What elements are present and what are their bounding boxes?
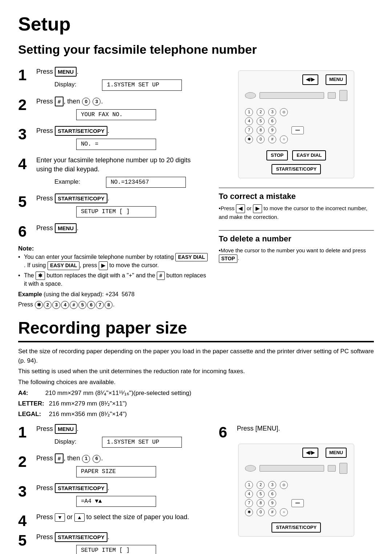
star-key-note[interactable]: ✱ (36, 272, 45, 280)
menu-key-2[interactable]: MENU (55, 223, 77, 233)
main-title: Setup (18, 11, 374, 37)
dk2-big-circle[interactable]: ○ (280, 508, 288, 516)
section1-content: 1 Press MENU. Display: 1.SYSTEM SET UP 2… (18, 67, 374, 309)
stop-button-device[interactable]: STOP (266, 150, 288, 160)
easy-dial-key-note[interactable]: EASY DIAL (175, 253, 207, 262)
dk-6[interactable]: 6 (268, 117, 276, 125)
dk2-2[interactable]: 2 (257, 481, 265, 489)
hash-key[interactable]: # (55, 97, 64, 106)
dk2-slide[interactable]: ━━ (291, 499, 304, 507)
b-step-num-3: 3 (18, 484, 32, 499)
b-step-1: 1 Press MENU. Display: 1.SYSTEM SET UP (18, 424, 208, 450)
keypad-row-4: ✱ 0 # ○ (245, 135, 347, 143)
dk2-6[interactable]: 6 (268, 490, 276, 498)
dk-7[interactable]: 7 (245, 126, 253, 134)
ex-hash: # (70, 301, 78, 309)
dk-9[interactable]: 9 (268, 126, 276, 134)
dk-3[interactable]: 3 (268, 108, 276, 116)
b-start-set-copy-key-1[interactable]: START/SET/COPY (55, 483, 107, 493)
key-3[interactable]: 3 (93, 98, 101, 106)
step-5: 5 Press START/SET/COPY. SETUP ITEM [ ] (18, 194, 208, 219)
stop-key-note[interactable]: STOP (219, 254, 238, 263)
start-set-copy-key-1[interactable]: START/SET/COPY (55, 126, 107, 136)
dk2-3[interactable]: 3 (268, 481, 276, 489)
step-num-3: 3 (18, 127, 32, 142)
menu-button-device-2[interactable]: MENU (326, 448, 347, 458)
dk-big-circle[interactable]: ○ (280, 135, 288, 143)
b-key-6[interactable]: 6 (93, 455, 101, 463)
b-step-3: 3 Press START/SET/COPY. =A4 ▼▲ (18, 483, 208, 509)
dk-1[interactable]: 1 (245, 108, 253, 116)
display-value-4: NO.=1234567 (106, 177, 186, 188)
dk2-star[interactable]: ✱ (245, 508, 253, 516)
spec-key-a4: A4: (18, 388, 44, 399)
b-display-value-1: 1.SYSTEM SET UP (102, 437, 182, 448)
delete-number-section: To delete a number •Move the cursor to t… (219, 230, 374, 263)
easy-dial-key-note2[interactable]: EASY DIAL (48, 261, 79, 270)
step-3: 3 Press START/SET/COPY. NO. = (18, 126, 208, 152)
b-step-6: 6 Press [MENU]. (219, 424, 280, 440)
b-step-5: 5 Press START/SET/COPY. SETUP ITEM [ ] (18, 532, 208, 554)
dk-hash-btn[interactable]: # (268, 135, 276, 143)
nav-button[interactable]: ◀/▶ (302, 74, 318, 85)
b-up-key[interactable]: ▲ (74, 513, 85, 522)
start-set-copy-button-device[interactable]: START/SET/COPY (271, 164, 321, 174)
left-arrow-key[interactable]: ◀ (236, 204, 245, 213)
nav-button-2[interactable]: ◀/▶ (302, 448, 318, 458)
ex-3: 3 (52, 301, 60, 309)
right-arrow-key[interactable]: ▶ (253, 204, 262, 213)
dk-2[interactable]: 2 (257, 108, 265, 116)
ex-star: ✱ (35, 301, 43, 309)
dk-wheel[interactable]: ⊙ (280, 108, 288, 116)
device2-lcd-row (245, 463, 347, 474)
dk2-9[interactable]: 9 (268, 499, 276, 507)
display-value-1: 1.SYSTEM SET UP (102, 80, 182, 90)
b-down-key[interactable]: ▼ (55, 513, 65, 522)
dk2-wheel[interactable]: ⊙ (280, 481, 288, 489)
b-step-4-content: Press ▼ or ▲ to select the size of paper… (36, 513, 208, 523)
b-key-1[interactable]: 1 (82, 455, 90, 463)
b-step-1-text: Press MENU. (36, 424, 208, 434)
b-hash-key[interactable]: # (55, 453, 64, 463)
start-set-copy-key-2[interactable]: START/SET/COPY (55, 194, 107, 203)
dk-4[interactable]: 4 (245, 117, 253, 125)
step-num-1: 1 (18, 68, 32, 83)
b-step-5-content: Press START/SET/COPY. SETUP ITEM [ ] (36, 532, 208, 554)
dk2-8[interactable]: 8 (257, 499, 265, 507)
spec-val-a4: 210 mm×297 mm (8¹⁄₄"×11¹¹⁄₁₆")(pre-selec… (45, 390, 192, 396)
dk-0[interactable]: 0 (257, 135, 265, 143)
device-keypad: 1 2 3 ⊙ 4 5 6 7 8 9 ━━ (242, 107, 350, 146)
dk-5[interactable]: 5 (257, 117, 265, 125)
b-step-1-content: Press MENU. Display: 1.SYSTEM SET UP (36, 424, 208, 450)
b-step-6-content: Press [MENU]. (237, 424, 280, 435)
b-menu-key-1[interactable]: MENU (55, 424, 77, 434)
b-step-num-6: 6 (219, 425, 233, 440)
dk-8[interactable]: 8 (257, 126, 265, 134)
dk-star[interactable]: ✱ (245, 135, 253, 143)
b-step-3-text: Press START/SET/COPY. (36, 483, 208, 493)
b-step-6-text: Press [MENU]. (237, 424, 280, 433)
dk-slide[interactable]: ━━ (291, 126, 304, 134)
dk2-7[interactable]: 7 (245, 499, 253, 507)
dk2-0[interactable]: 0 (257, 508, 265, 516)
right-arrow-key-note[interactable]: ▶ (99, 261, 108, 270)
spec-key-legal: LEGAL: (18, 409, 47, 420)
spec-letter: LETTER: 216 mm×279 mm (8¹⁄₂"×11") (18, 399, 374, 409)
b-step-4-text: Press ▼ or ▲ to select the size of paper… (36, 513, 208, 522)
dk2-4[interactable]: 4 (245, 490, 253, 498)
key-0[interactable]: 0 (82, 98, 90, 106)
dk2-1[interactable]: 1 (245, 481, 253, 489)
step-6-content: Press MENU. (36, 223, 208, 235)
kp2-row-1: 1 2 3 ⊙ (245, 481, 347, 489)
b-start-set-copy-key-2[interactable]: START/SET/COPY (55, 532, 107, 542)
hash-key-note[interactable]: # (157, 272, 165, 280)
b-step-num-5: 5 (18, 533, 32, 548)
menu-button-device[interactable]: MENU (326, 74, 347, 85)
easy-dial-button-device[interactable]: EASY DIAL (292, 150, 326, 160)
dk2-hash[interactable]: # (268, 508, 276, 516)
menu-key[interactable]: MENU (55, 67, 77, 77)
start-set-copy-button-device-2[interactable]: START/SET/COPY (271, 522, 321, 533)
bottom-section: 1 Press MENU. Display: 1.SYSTEM SET UP 2 (18, 424, 374, 554)
b-display-value-3: =A4 ▼▲ (76, 496, 156, 507)
dk2-5[interactable]: 5 (257, 490, 265, 498)
